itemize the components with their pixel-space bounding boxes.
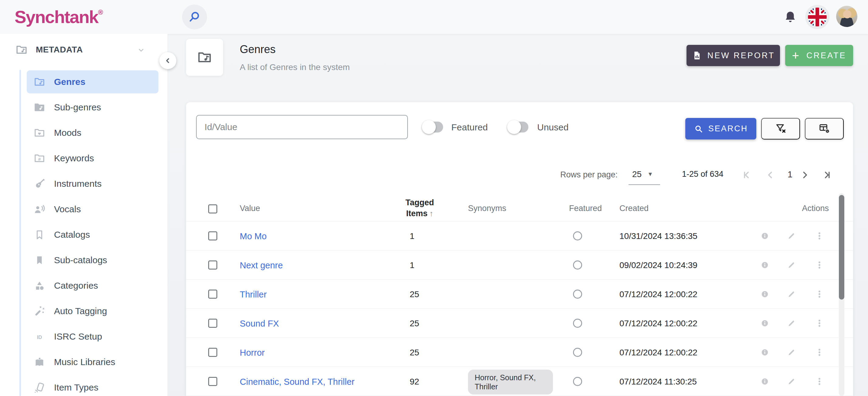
create-button[interactable]: + CREATE (785, 45, 853, 66)
kebab-menu-button[interactable] (815, 290, 824, 299)
sidebar-section-metadata[interactable]: METADATA (0, 41, 168, 58)
sidebar-item-catalogs[interactable]: Catalogs (0, 226, 168, 243)
sidebar-collapse-button[interactable] (159, 52, 176, 69)
sidebar-item-music-libraries[interactable]: Music Libraries (0, 354, 168, 370)
edit-button[interactable] (787, 260, 796, 270)
featured-toggle[interactable] (424, 122, 443, 133)
chevron-left-icon (163, 56, 173, 65)
prev-page-button[interactable] (765, 169, 776, 180)
language-selector[interactable] (805, 5, 830, 29)
kebab-menu-button[interactable] (815, 260, 824, 270)
kebab-menu-button[interactable] (815, 319, 824, 328)
column-header-value[interactable]: Value (240, 204, 260, 213)
first-page-button[interactable] (741, 169, 752, 180)
genre-link[interactable]: Next genre (240, 260, 283, 270)
sidebar-item-sub-genres[interactable]: Sub-genres (0, 99, 168, 116)
edit-button[interactable] (787, 231, 796, 240)
tagged-items-count: 1 (410, 260, 414, 270)
info-button[interactable] (760, 231, 769, 240)
sidebar-item-categories[interactable]: Categories (0, 277, 168, 294)
featured-radio[interactable] (573, 260, 582, 270)
sidebar-item-item-types[interactable]: Item Types (0, 379, 168, 396)
sidebar-item-instruments[interactable]: Instruments (0, 175, 168, 192)
sidebar-item-vocals[interactable]: Vocals (0, 201, 168, 218)
featured-radio[interactable] (573, 377, 582, 386)
featured-radio[interactable] (573, 319, 582, 328)
featured-radio[interactable] (573, 231, 582, 240)
featured-radio[interactable] (573, 348, 582, 357)
created-date: 07/12/2024 12:00:22 (619, 319, 698, 328)
table-scrollbar-thumb[interactable] (839, 195, 844, 300)
sidebar-item-genres[interactable]: Genres (0, 73, 168, 90)
page-icon-card (186, 39, 223, 76)
sidebar-item-moods[interactable]: Moods (0, 124, 168, 141)
toggle-knob (507, 120, 521, 134)
sidebar-item-isrc-setup[interactable]: ID ISRC Setup (0, 328, 168, 345)
folder-heart-icon (33, 127, 45, 139)
new-report-button[interactable]: NEW REPORT (686, 45, 780, 66)
row-checkbox[interactable] (208, 290, 217, 299)
row-checkbox[interactable] (208, 260, 217, 270)
new-report-label: NEW REPORT (708, 51, 775, 60)
table-row: Thriller 25 07/12/2024 12:00:22 (186, 279, 853, 309)
select-all-checkbox[interactable] (208, 204, 217, 213)
genre-link[interactable]: Cinematic, Sound FX, Thriller (240, 377, 354, 387)
kebab-menu-button[interactable] (815, 377, 824, 386)
tagged-items-count: 1 (410, 231, 414, 241)
info-button[interactable] (760, 377, 769, 386)
column-settings-button[interactable] (805, 118, 844, 139)
edit-button[interactable] (787, 348, 796, 357)
main-content: Genres A list of Genres in the system NE… (168, 34, 868, 396)
row-checkbox[interactable] (208, 319, 217, 328)
row-checkbox[interactable] (208, 231, 217, 240)
column-header-tagged-items[interactable]: Tagged Items↑ (400, 197, 439, 219)
edit-button[interactable] (787, 290, 796, 299)
featured-radio[interactable] (573, 290, 582, 299)
column-header-created[interactable]: Created (619, 204, 649, 213)
search-icon (188, 10, 201, 24)
table-row: Next genre 1 09/02/2024 10:24:39 (186, 251, 853, 279)
genre-link[interactable]: Mo Mo (240, 231, 267, 241)
kebab-menu-button[interactable] (815, 231, 824, 240)
table-gear-icon (818, 122, 830, 134)
caret-down-icon[interactable]: ▾ (649, 170, 652, 178)
genre-link[interactable]: Sound FX (240, 319, 279, 329)
edit-button[interactable] (787, 319, 796, 328)
last-page-button[interactable] (822, 169, 833, 180)
search-button[interactable]: SEARCH (685, 118, 756, 139)
brand-logo[interactable]: Synchtank® (14, 7, 103, 27)
created-date: 07/12/2024 12:00:22 (619, 290, 698, 299)
edit-button[interactable] (787, 377, 796, 386)
kebab-menu-button[interactable] (815, 348, 824, 357)
kebab-icon (815, 319, 824, 328)
next-page-button[interactable] (799, 169, 810, 180)
sidebar-item-label: Keywords (54, 153, 94, 163)
notifications-bell-icon[interactable] (783, 9, 798, 25)
info-button[interactable] (760, 348, 769, 357)
row-checkbox[interactable] (208, 377, 217, 386)
info-button[interactable] (760, 260, 769, 270)
genre-link[interactable]: Thriller (240, 290, 267, 300)
sidebar-item-sub-catalogs[interactable]: Sub-catalogs (0, 252, 168, 269)
user-avatar[interactable] (836, 6, 857, 27)
column-header-synonyms[interactable]: Synonyms (468, 204, 506, 213)
genre-link[interactable]: Horror (240, 348, 265, 358)
page-last-icon (822, 169, 833, 180)
pencil-icon (787, 348, 796, 357)
page-subtitle: A list of Genres in the system (240, 62, 350, 72)
bookmark-filled-icon (33, 254, 45, 266)
row-checkbox[interactable] (208, 348, 217, 357)
column-header-featured[interactable]: Featured (569, 204, 602, 213)
sidebar-item-auto-tagging[interactable]: Auto Tagging (0, 303, 168, 320)
sidebar-menu: Genres Sub-genres Moods # Keywords Instr… (0, 73, 168, 396)
global-search-button[interactable] (182, 5, 207, 29)
clear-filters-button[interactable] (761, 118, 800, 139)
table-scrollbar-track[interactable] (839, 193, 844, 396)
info-button[interactable] (760, 319, 769, 328)
rows-per-page-select[interactable]: 25 (632, 169, 642, 179)
sidebar-item-label: Item Types (54, 382, 98, 393)
unused-toggle[interactable] (509, 122, 528, 133)
id-value-search-input[interactable] (196, 115, 408, 139)
sidebar-item-keywords[interactable]: # Keywords (0, 150, 168, 167)
info-button[interactable] (760, 290, 769, 299)
